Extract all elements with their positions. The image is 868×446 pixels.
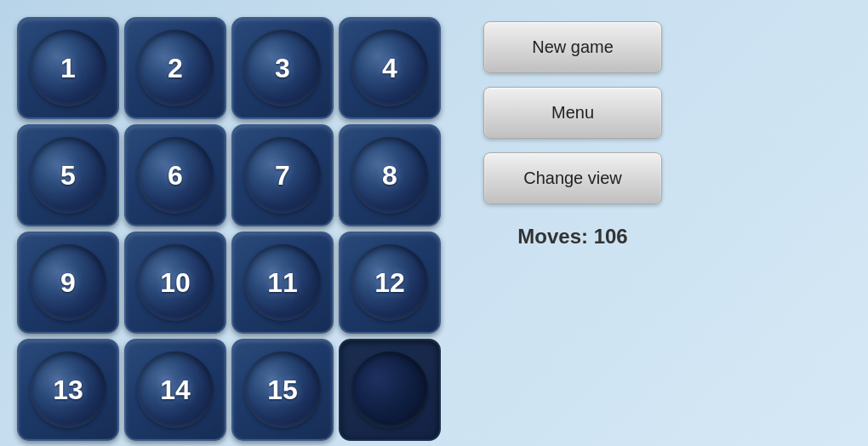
tile-9[interactable]: 9 (17, 232, 119, 334)
change-view-button[interactable]: Change view (483, 152, 662, 204)
puzzle-grid: 123456789101112131415 (9, 9, 449, 437)
tile-14[interactable]: 14 (124, 339, 226, 441)
tile-11[interactable]: 11 (231, 232, 334, 334)
sidebar: New game Menu Change view Moves: 106 (466, 9, 679, 437)
tile-13[interactable]: 13 (17, 339, 119, 441)
tile-1[interactable]: 1 (17, 17, 119, 119)
tile-2[interactable]: 2 (124, 17, 226, 119)
tile-10[interactable]: 10 (124, 232, 226, 334)
tile-15[interactable]: 15 (231, 339, 334, 441)
tile-empty[interactable] (339, 339, 441, 441)
game-area: 123456789101112131415 New game Menu Chan… (0, 0, 868, 446)
tile-3[interactable]: 3 (231, 17, 334, 119)
tile-7[interactable]: 7 (231, 124, 334, 226)
menu-button[interactable]: Menu (483, 87, 662, 139)
tile-4[interactable]: 4 (339, 17, 441, 119)
tile-6[interactable]: 6 (124, 124, 226, 226)
tile-8[interactable]: 8 (339, 124, 441, 226)
moves-counter: Moves: 106 (483, 225, 662, 249)
tile-5[interactable]: 5 (17, 124, 119, 226)
new-game-button[interactable]: New game (483, 21, 662, 73)
tile-12[interactable]: 12 (339, 232, 441, 334)
